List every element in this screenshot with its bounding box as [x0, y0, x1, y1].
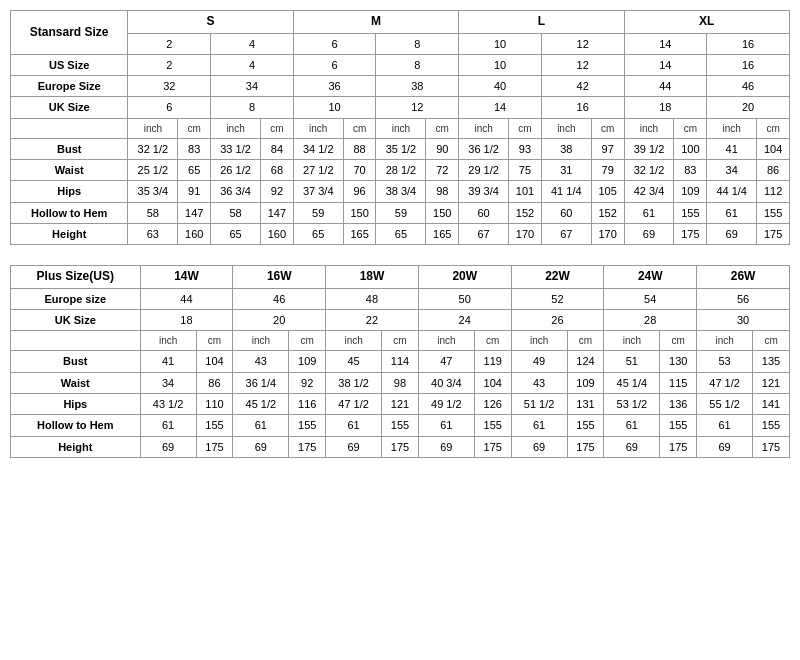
hips-6-inch: 37 3/4: [293, 181, 343, 202]
bust-8-inch: 35 1/2: [376, 138, 426, 159]
std-uk-12: 12: [376, 97, 459, 118]
plus-22w: 22W: [511, 266, 604, 289]
plus-waist-26w-cm: 121: [753, 372, 790, 393]
plus-eu-52: 52: [511, 288, 604, 309]
bust-2-inch: 32 1/2: [128, 138, 178, 159]
waist-16-inch: 34: [707, 160, 757, 181]
waist-4-cm: 68: [261, 160, 294, 181]
unit-inch-7: inch: [624, 118, 674, 138]
std-us-14: 14: [624, 54, 707, 75]
height-16-inch: 69: [707, 223, 757, 244]
height-8-cm: 165: [426, 223, 459, 244]
std-us-6: 6: [293, 54, 376, 75]
waist-12-cm: 79: [591, 160, 624, 181]
hips-10-inch: 39 3/4: [459, 181, 509, 202]
hips-14-cm: 109: [674, 181, 707, 202]
std-eu-38: 38: [376, 76, 459, 97]
hips-16-inch: 44 1/4: [707, 181, 757, 202]
height-14-cm: 175: [674, 223, 707, 244]
bust-10-inch: 36 1/2: [459, 138, 509, 159]
height-12-cm: 170: [591, 223, 624, 244]
plus-bust-18w-cm: 114: [382, 351, 419, 372]
height-14-inch: 69: [624, 223, 674, 244]
hollow-label: Hollow to Hem: [11, 202, 128, 223]
waist-14-inch: 32 1/2: [624, 160, 674, 181]
unit-inch-3: inch: [293, 118, 343, 138]
plus-bust-14w-cm: 104: [196, 351, 233, 372]
hollow-14-cm: 155: [674, 202, 707, 223]
plus-hips-14w-inch: 43 1/2: [140, 394, 196, 415]
plus-hollow-20w-inch: 61: [418, 415, 474, 436]
unit-inch-8: inch: [707, 118, 757, 138]
bust-label: Bust: [11, 138, 128, 159]
bust-8-cm: 90: [426, 138, 459, 159]
plus-eu-46: 46: [233, 288, 326, 309]
plus-hollow-14w-inch: 61: [140, 415, 196, 436]
us-4: 4: [211, 33, 294, 54]
plus-europe-label: Europe size: [11, 288, 141, 309]
us-14: 14: [624, 33, 707, 54]
bust-6-cm: 88: [343, 138, 376, 159]
plus-18w: 18W: [326, 266, 419, 289]
plus-unit-inch-2: inch: [233, 331, 289, 351]
hips-10-cm: 101: [509, 181, 542, 202]
height-16-cm: 175: [757, 223, 790, 244]
hips-4-cm: 92: [261, 181, 294, 202]
std-us-2: 2: [128, 54, 211, 75]
hips-8-inch: 38 3/4: [376, 181, 426, 202]
hollow-10-inch: 60: [459, 202, 509, 223]
bust-14-cm: 100: [674, 138, 707, 159]
std-uk-10: 10: [293, 97, 376, 118]
waist-12-inch: 31: [541, 160, 591, 181]
plus-bust-20w-cm: 119: [474, 351, 511, 372]
height-12-inch: 67: [541, 223, 591, 244]
plus-bust-26w-inch: 53: [697, 351, 753, 372]
waist-6-cm: 70: [343, 160, 376, 181]
bust-4-inch: 33 1/2: [211, 138, 261, 159]
hollow-12-inch: 60: [541, 202, 591, 223]
bust-6-inch: 34 1/2: [293, 138, 343, 159]
plus-hips-24w-inch: 53 1/2: [604, 394, 660, 415]
std-uk-20: 20: [707, 97, 790, 118]
plus-waist-16w-inch: 36 1/4: [233, 372, 289, 393]
unit-spacer: [11, 118, 128, 138]
plus-eu-54: 54: [604, 288, 697, 309]
std-eu-32: 32: [128, 76, 211, 97]
us-12: 12: [541, 33, 624, 54]
plus-height-14w-inch: 69: [140, 436, 196, 457]
plus-hollow-24w-inch: 61: [604, 415, 660, 436]
plus-uk-24: 24: [418, 310, 511, 331]
hollow-8-inch: 59: [376, 202, 426, 223]
hollow-16-inch: 61: [707, 202, 757, 223]
size-xl-header: XL: [624, 11, 789, 34]
hips-14-inch: 42 3/4: [624, 181, 674, 202]
plus-height-18w-inch: 69: [326, 436, 382, 457]
hollow-2-cm: 147: [178, 202, 211, 223]
std-uk-6: 6: [128, 97, 211, 118]
waist-4-inch: 26 1/2: [211, 160, 261, 181]
size-s-header: S: [128, 11, 293, 34]
plus-hollow-24w-cm: 155: [660, 415, 697, 436]
waist-10-inch: 29 1/2: [459, 160, 509, 181]
unit-inch-1: inch: [128, 118, 178, 138]
bust-12-inch: 38: [541, 138, 591, 159]
std-uk-8: 8: [211, 97, 294, 118]
std-eu-42: 42: [541, 76, 624, 97]
height-6-inch: 65: [293, 223, 343, 244]
plus-unit-cm-1: cm: [196, 331, 233, 351]
hollow-8-cm: 150: [426, 202, 459, 223]
plus-height-24w-inch: 69: [604, 436, 660, 457]
plus-hips-26w-cm: 141: [753, 394, 790, 415]
plus-bust-14w-inch: 41: [140, 351, 196, 372]
plus-height-14w-cm: 175: [196, 436, 233, 457]
height-10-inch: 67: [459, 223, 509, 244]
plus-size-table: Plus Size(US) 14W 16W 18W 20W 22W 24W 26…: [10, 265, 790, 458]
plus-unit-cm-3: cm: [382, 331, 419, 351]
std-eu-44: 44: [624, 76, 707, 97]
plus-height-24w-cm: 175: [660, 436, 697, 457]
bust-14-inch: 39 1/2: [624, 138, 674, 159]
plus-waist-22w-cm: 109: [567, 372, 604, 393]
plus-unit-inch-1: inch: [140, 331, 196, 351]
height-10-cm: 170: [509, 223, 542, 244]
plus-hips-14w-cm: 110: [196, 394, 233, 415]
